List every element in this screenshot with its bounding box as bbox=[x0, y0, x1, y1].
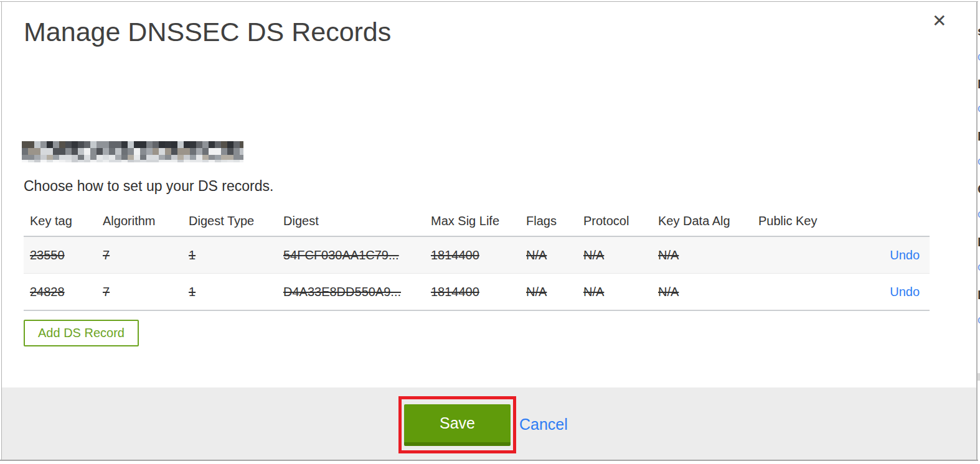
background-page-sliver: sdNoLoCoEoPo bbox=[978, 0, 980, 387]
cell-key-tag: 24828 bbox=[24, 274, 97, 311]
background-text-fragment: o bbox=[978, 101, 980, 115]
col-header-actions bbox=[841, 206, 930, 236]
background-text-fragment: o bbox=[978, 260, 980, 274]
col-header-digest: Digest bbox=[277, 206, 425, 236]
modal-border-bottom bbox=[0, 460, 978, 461]
cell-key-tag: 23550 bbox=[24, 236, 97, 274]
close-icon[interactable]: ✕ bbox=[932, 12, 946, 30]
background-text-fragment: L bbox=[978, 129, 980, 144]
cell-public-key bbox=[752, 274, 841, 311]
table-row: 24828 7 1 D4A33E8DD550A9... 1814400 N/A … bbox=[24, 274, 930, 311]
col-header-key-tag: Key tag bbox=[24, 206, 97, 236]
modal-border-top bbox=[0, 1, 978, 2]
cell-max-sig-life: 1814400 bbox=[425, 274, 520, 311]
cell-max-sig-life: 1814400 bbox=[425, 236, 520, 274]
cell-flags: N/A bbox=[520, 274, 577, 311]
col-header-max-sig-life: Max Sig Life bbox=[425, 206, 520, 236]
undo-link[interactable]: Undo bbox=[890, 248, 920, 262]
undo-link[interactable]: Undo bbox=[890, 285, 920, 299]
redacted-domain-name bbox=[22, 141, 243, 162]
background-text-fragment: o bbox=[978, 207, 980, 221]
table-header-row: Key tag Algorithm Digest Type Digest Max… bbox=[24, 206, 930, 236]
cell-digest: D4A33E8DD550A9... bbox=[277, 274, 425, 311]
cell-protocol: N/A bbox=[577, 274, 652, 311]
col-header-protocol: Protocol bbox=[577, 206, 652, 236]
background-text-fragment: E bbox=[978, 234, 980, 249]
background-text-fragment: d bbox=[978, 50, 980, 63]
col-header-public-key: Public Key bbox=[752, 206, 841, 236]
cell-algorithm: 7 bbox=[97, 236, 182, 274]
save-button[interactable]: Save bbox=[404, 404, 511, 446]
cell-protocol: N/A bbox=[577, 236, 652, 274]
col-header-digest-type: Digest Type bbox=[182, 206, 277, 236]
col-header-algorithm: Algorithm bbox=[97, 206, 182, 236]
cell-key-data-alg: N/A bbox=[652, 236, 752, 274]
background-page-patch bbox=[978, 373, 980, 381]
table-row: 23550 7 1 54FCF030AA1C79... 1814400 N/A … bbox=[24, 236, 930, 274]
page-title: Manage DNSSEC DS Records bbox=[24, 17, 391, 47]
cell-public-key bbox=[752, 236, 841, 274]
add-ds-record-button[interactable]: Add DS Record bbox=[24, 320, 139, 346]
cell-flags: N/A bbox=[520, 236, 577, 274]
background-text-fragment: C bbox=[978, 182, 980, 197]
cell-digest-type: 1 bbox=[182, 236, 277, 274]
background-text-fragment: o bbox=[978, 154, 980, 168]
cell-key-data-alg: N/A bbox=[652, 274, 752, 311]
subtitle-text: Choose how to set up your DS records. bbox=[24, 178, 273, 195]
ds-records-table: Key tag Algorithm Digest Type Digest Max… bbox=[24, 206, 930, 311]
col-header-flags: Flags bbox=[520, 206, 577, 236]
cell-digest-type: 1 bbox=[182, 274, 277, 311]
col-header-key-data-alg: Key Data Alg bbox=[652, 206, 752, 236]
background-text-fragment: N bbox=[978, 77, 980, 91]
dnssec-modal: sdNoLoCoEoPo Manage DNSSEC DS Records ✕ … bbox=[0, 0, 980, 464]
cancel-link[interactable]: Cancel bbox=[519, 415, 568, 434]
cell-algorithm: 7 bbox=[97, 274, 182, 311]
background-text-fragment: o bbox=[978, 313, 980, 327]
background-text-fragment: s bbox=[978, 24, 980, 39]
background-text-fragment: P bbox=[978, 287, 980, 302]
cell-digest: 54FCF030AA1C79... bbox=[277, 236, 425, 274]
